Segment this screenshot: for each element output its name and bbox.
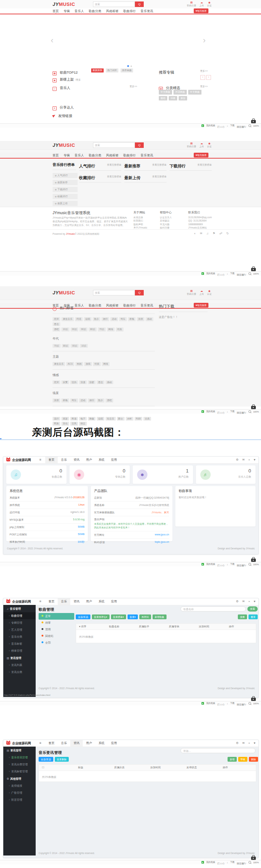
view-full-link[interactable]: 查看完整榜单 [152,163,167,167]
category-tag[interactable]: 伴奏 [169,96,177,101]
table-header-cell[interactable]: 操作 [220,766,256,769]
tag-pill[interactable]: 感动 [106,380,113,385]
social-icon[interactable]: ☍ [219,232,222,235]
tag-pill[interactable]: 原生音乐 [61,317,74,321]
tag-pill[interactable]: 说唱 [97,417,104,421]
nav-item[interactable]: 首页 [53,8,59,14]
toolbar-icon[interactable]: ◴ [222,125,225,128]
footer-link[interactable]: 常见问题 [160,223,172,226]
tag-pill[interactable]: 00后 [71,327,79,332]
tag-pill[interactable]: 夜晚 [128,317,136,321]
admin-nav-item[interactable]: 系统 [95,457,108,463]
tag-pill[interactable]: 旅行 [101,317,109,321]
site-logo[interactable]: JYMUSIC [53,142,75,148]
tag-pill[interactable]: 爵士 [117,417,125,421]
action-button[interactable]: 批量推荐位▾ [92,614,110,619]
status-filter-item[interactable]: 正常 [39,613,74,620]
tag-pill[interactable]: 运动 [110,317,118,321]
tag-pill[interactable]: 网络 [107,327,115,332]
song-tab[interactable]: 热门试听 [106,68,118,72]
action-button[interactable]: 搜索 [238,614,247,619]
tag-pill[interactable]: 80后 [62,344,70,348]
nav-item[interactable]: 音乐人 [75,153,84,158]
sidebar-menu-item[interactable]: 资讯分类 [3,669,36,676]
toolbar-icon[interactable]: ↻ [244,411,246,414]
tag-pill[interactable]: 驾车 [70,398,78,403]
tag-pill[interactable]: 甜蜜 [88,380,96,385]
tag-pill[interactable]: 10后 [80,344,88,348]
toolbar-download-label[interactable]: 下载 [230,861,235,864]
nav-item[interactable]: 歌曲分类 [89,8,101,14]
tag-pill[interactable]: 民谣 [70,417,78,421]
sidebar-menu-item[interactable]: 音乐分类 [3,633,36,640]
sidebar-menu-item[interactable]: ⚙其他管理 [3,775,36,782]
tag-pill[interactable]: 散步 [93,317,100,321]
admin-nav-item[interactable]: 系统 [95,598,108,605]
tag-pill[interactable]: 舞曲 [88,417,96,421]
search-button[interactable]: Q [135,142,144,148]
toolbar-icon[interactable]: ▤ [237,411,239,414]
site-logo[interactable]: JYMUSIC [53,1,75,7]
sidebar-menu-item[interactable]: 广告管理 [3,789,36,796]
admin-top-icon[interactable]: ✉ [242,740,245,747]
category-tag[interactable]: 中文舞曲 [159,90,172,95]
search-input[interactable] [93,290,135,295]
sidebar-menu-item[interactable]: ▤资讯管理 [3,747,36,754]
tag-pill[interactable]: R&B [135,417,142,421]
tag-pill[interactable]: ACG [66,362,74,366]
account-link[interactable]: ◉认证 [207,289,212,296]
toolbar-icon[interactable]: ▤ [237,862,239,865]
song-tab[interactable]: 推荐单曲 [121,68,133,72]
tag-pill[interactable]: 古典 [143,417,151,421]
sidebar-menu-item[interactable]: 专辑管理 [3,619,36,626]
table-header-cell[interactable]: ▾ 排序 [76,625,106,628]
category-tag[interactable]: 中文舞曲 [188,90,201,95]
tag-pill[interactable]: 经典 [93,362,101,366]
admin-nav-item[interactable]: 系统 [95,740,108,747]
admin-nav-item[interactable]: 用户 [83,598,95,605]
admin-top-icon[interactable]: ♥ [254,740,255,747]
social-icon[interactable]: ◐ [194,232,196,235]
toolbar-icon[interactable]: ☺ [220,411,222,414]
table-header-cell[interactable]: 所属歌手 [136,625,166,628]
sidebar-menu-item[interactable]: 音乐资讯管理 [3,754,36,761]
toolbar-icon[interactable]: ☺ [220,862,222,865]
status-filter-item[interactable]: 禁用 [39,626,75,633]
toolbar-icon[interactable]: ↻ [244,862,246,865]
admin-nav-item[interactable]: 音乐 [58,740,70,747]
action-button[interactable]: 全选/反选 [39,757,53,762]
toolbar-video-label[interactable]: 我的视频 [206,272,215,275]
song-search-button[interactable]: 搜索 [247,606,258,612]
table-header-cell[interactable]: 所属分类 [111,766,147,769]
category-tag[interactable]: 原创 [179,96,187,101]
category-tag[interactable]: 外语舞曲 [174,90,187,95]
tag-pill[interactable]: 校园 [75,362,83,366]
tag-pill[interactable]: 想哭 [53,317,60,321]
toolbar-video-label[interactable]: 我的视频 [206,124,215,127]
toolbar-icon[interactable]: ◰ [217,411,220,414]
tag-pill[interactable]: 电子 [79,417,87,421]
sidebar-menu-item[interactable]: ♫音乐管理 [3,605,36,612]
footer-link[interactable]: 友情连接 [133,216,147,219]
tag-pill[interactable]: 70后 [98,327,106,332]
search-button[interactable]: Q [135,290,144,295]
toolbar-download-label[interactable]: 下载 [230,563,235,566]
external-link[interactable]: www.jyuu.cn [155,533,169,537]
tag-pill[interactable]: 清晨 [53,398,60,403]
more-link[interactable]: 更多>> [200,85,208,88]
toolbar-icon[interactable]: ▦ [242,273,244,276]
toolbar-video-label[interactable]: 我的视频 [206,410,215,413]
toolbar-icon[interactable]: ▤ [237,703,239,706]
search-input[interactable] [93,1,135,7]
tag-pill[interactable]: 00后 [71,344,79,348]
action-button[interactable]: 批量删除 [55,757,69,762]
sidebar-menu-item[interactable]: 友情链接 [3,782,36,789]
toolbar-icon[interactable]: ↻ [244,564,246,567]
toolbar-icon[interactable]: ☺ [220,564,222,567]
footer-link[interactable]: 版权声明 [133,223,147,226]
admin-brand[interactable]: 企业猫源码网 [12,458,31,463]
toolbar-download-label[interactable]: 下载 [230,702,235,705]
table-header-cell[interactable]: 发布状态 [183,766,219,769]
toolbar-download-label[interactable]: 下载 [230,272,235,275]
toolbar-icon[interactable]: ▦ [242,862,244,865]
